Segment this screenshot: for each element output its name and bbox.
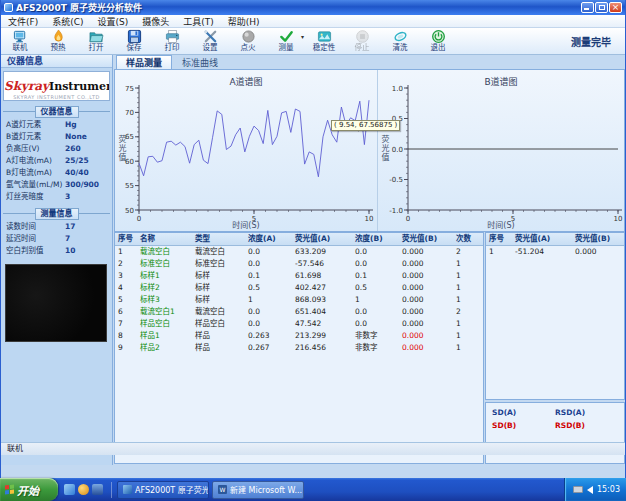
quicklaunch-icon-1[interactable] <box>64 484 75 495</box>
table-cell: 载流空白 <box>192 246 245 259</box>
menu-help[interactable]: 帮助(H) <box>221 15 267 28</box>
volume-icon[interactable] <box>587 486 593 494</box>
start-label: 开始 <box>17 482 39 498</box>
instrument-info-group: 仪器信息 A道灯元素Hg B道灯元素None 负高压(V)260 A灯电流(mA… <box>3 111 110 203</box>
info-row: 延迟时间7 <box>3 233 110 245</box>
menu-camera[interactable]: 摄像头 <box>135 15 176 28</box>
column-header: 类型 <box>192 233 245 246</box>
table-cell: 0.5 <box>352 282 399 294</box>
chart-a-xlabel: 时间(S) <box>115 219 377 230</box>
menu-tools[interactable]: 工具(T) <box>176 15 221 28</box>
table-cell: 标样2 <box>137 282 192 294</box>
stop-button: 停止 <box>343 28 381 54</box>
table-row[interactable]: 9样品2样品0.267216.456非数字0.0001 <box>115 342 484 354</box>
table-row[interactable]: 4标样2标样0.5402.4270.50.0001 <box>115 282 484 294</box>
table-cell: 2 <box>453 306 484 318</box>
charts-panel: A道谱图 7570656055500510 荧光值 时间(S) ( 9.54, … <box>114 69 625 232</box>
column-header: 荧光值(B) <box>572 233 625 246</box>
save-label: 保存 <box>127 44 142 52</box>
settings-button[interactable]: 设置 <box>191 28 229 54</box>
table-cell: 0.5 <box>245 282 292 294</box>
table-cell: 1 <box>453 294 484 306</box>
info-row: A灯电流(mA)25/25 <box>3 155 110 167</box>
table-cell: 47.542 <box>292 318 352 330</box>
task-button-afs[interactable]: AFS2000T 原子荧光 <box>117 481 209 499</box>
table-row[interactable]: 1-51.2040.000 <box>486 246 625 259</box>
column-header: 荧光值(A) <box>512 233 572 246</box>
table-cell: 0.000 <box>572 246 625 259</box>
measure-dropdown-icon[interactable]: ▾ <box>301 33 304 40</box>
connect-icon <box>13 29 28 44</box>
table-cell: 0.0 <box>352 258 399 270</box>
table-row[interactable]: 6载流空白1载流空白0.0651.4040.00.0002 <box>115 306 484 318</box>
stop-label: 停止 <box>355 44 370 52</box>
app-window: AFS2000T 原子荧光分析软件 × 文件(F) 系统(C) 设置(S) 摄像… <box>0 0 626 478</box>
table-row[interactable]: 5标样3标样1868.09310.0001 <box>115 294 484 306</box>
table-cell: 非数字 <box>352 330 399 342</box>
table-cell: 1 <box>453 318 484 330</box>
restore-button[interactable] <box>595 2 608 13</box>
menu-bar: 文件(F) 系统(C) 设置(S) 摄像头 工具(T) 帮助(H) <box>1 15 625 28</box>
quicklaunch-icon-3[interactable] <box>92 484 103 495</box>
column-header: 浓度(B) <box>352 233 399 246</box>
menu-file[interactable]: 文件(F) <box>1 15 45 28</box>
table-cell: 3 <box>115 270 137 282</box>
tab-bar: 样品测量 标准曲线 <box>114 55 625 69</box>
tab-standard-curve[interactable]: 标准曲线 <box>172 55 228 69</box>
column-header: 荧光值(A) <box>292 233 352 246</box>
channel-b-chart[interactable]: B道谱图 1.00.50.0-0.5-1.00510 荧光值 时间(S) <box>377 70 624 231</box>
quicklaunch-icon-2[interactable] <box>78 484 89 495</box>
table-row[interactable]: 2标准空白标准空白0.0-57.5460.00.0001 <box>115 258 484 270</box>
menu-system[interactable]: 系统(C) <box>45 15 90 28</box>
start-button[interactable]: 开始 <box>0 478 58 501</box>
stability-button[interactable]: 稳定性 <box>305 28 343 54</box>
table-row[interactable]: 3标样1标样0.161.6980.10.0001 <box>115 270 484 282</box>
table-cell: 载流空白1 <box>137 306 192 318</box>
clean-button[interactable]: 清洗 <box>381 28 419 54</box>
table-cell: 651.404 <box>292 306 352 318</box>
open-button[interactable]: 打开 <box>77 28 115 54</box>
toolbar: 联机 预热 打开 保存 打印 设置 <box>1 28 625 55</box>
channel-a-chart[interactable]: A道谱图 7570656055500510 荧光值 时间(S) ( 9.54, … <box>115 70 377 231</box>
print-button[interactable]: 打印 <box>153 28 191 54</box>
info-row: B灯电流(mA)40/40 <box>3 167 110 179</box>
preheat-button[interactable]: 预热 <box>39 28 77 54</box>
table-cell: 标准空白 <box>137 258 192 270</box>
tab-sample-measure[interactable]: 样品测量 <box>116 55 172 69</box>
table-cell: 0.1 <box>352 270 399 282</box>
title-bar: AFS2000T 原子荧光分析软件 × <box>1 0 625 15</box>
app-icon <box>4 3 13 12</box>
sd-a-label: SD(A) <box>492 408 555 421</box>
brand-logo-red: Skyray <box>4 79 49 93</box>
table-cell: 标样 <box>192 270 245 282</box>
close-button[interactable]: × <box>609 2 622 13</box>
table-cell: 0.000 <box>399 318 453 330</box>
task-button-word[interactable]: W 新建 Microsoft W... <box>212 481 304 499</box>
save-button[interactable]: 保存 <box>115 28 153 54</box>
ignite-button[interactable]: 点火 <box>229 28 267 54</box>
table-row[interactable]: 7样品空白样品空白0.047.5420.00.0001 <box>115 318 484 330</box>
minimize-button[interactable] <box>581 2 594 13</box>
print-icon <box>165 29 180 44</box>
menu-settings[interactable]: 设置(S) <box>91 15 136 28</box>
exit-button[interactable]: 退出 <box>419 28 457 54</box>
table-row[interactable]: 8样品1样品0.263213.299非数字0.0001 <box>115 330 484 342</box>
camera-preview <box>5 264 107 342</box>
measure-button[interactable]: ▾ 测量 <box>267 28 305 54</box>
sample-table[interactable]: 序号名称类型浓度(A)荧光值(A)浓度(B)荧光值(B)次数1载流空白载流空白0… <box>115 233 484 354</box>
table-cell: 9 <box>115 342 137 354</box>
rsd-a-label: RSD(A) <box>555 408 618 421</box>
table-cell: 1 <box>453 330 484 342</box>
reading-table[interactable]: 序号荧光值(A)荧光值(B)1-51.2040.000 <box>486 233 625 258</box>
open-label: 打开 <box>89 44 104 52</box>
table-cell: -51.204 <box>512 246 572 259</box>
sd-b-label: SD(B) <box>492 421 555 434</box>
table-cell: 0.263 <box>245 330 292 342</box>
table-cell: 0.0 <box>352 306 399 318</box>
tray-device-icon[interactable] <box>573 486 583 493</box>
table-cell: 样品空白 <box>192 318 245 330</box>
table-cell: 样品 <box>192 330 245 342</box>
connect-button[interactable]: 联机 <box>1 28 39 54</box>
table-row[interactable]: 1载流空白载流空白0.0633.2090.00.0002 <box>115 246 484 259</box>
svg-text:50: 50 <box>125 207 134 215</box>
